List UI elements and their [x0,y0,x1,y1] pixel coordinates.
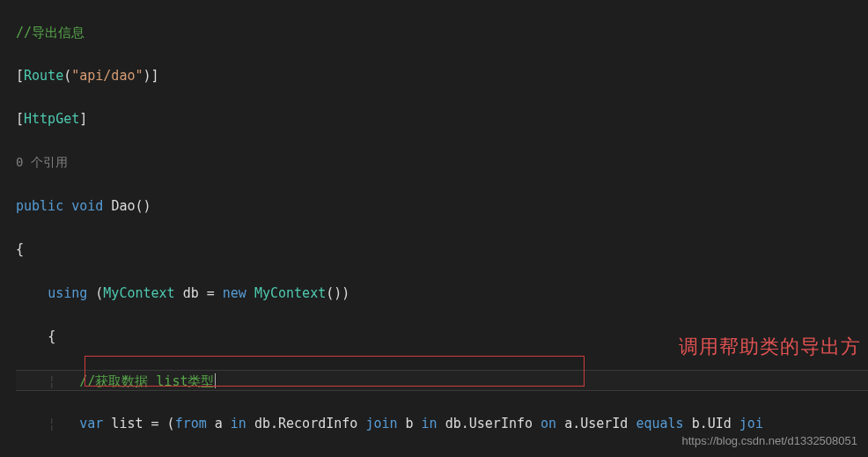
code-line: [Route("api/dao")] [16,65,868,87]
text-cursor [214,373,216,389]
codelens-references[interactable]: 0 个引用 [16,152,868,174]
code-line: [HttpGet] [16,108,868,130]
code-line: using (MyContext db = new MyContext()) [16,283,868,305]
annotation-text: 调用帮助类的导出方 [679,331,861,363]
code-line-active: ¦ //获取数据 list类型 [16,370,868,392]
code-line: { [16,239,868,261]
code-line: //导出信息 [16,22,868,44]
code-editor[interactable]: //导出信息 [Route("api/dao")] [HttpGet] 0 个引… [0,0,868,457]
watermark-text: https://blog.csdn.net/d1332508051 [682,431,858,450]
code-line: public void Dao() [16,195,868,217]
comment: //导出信息 [16,25,85,41]
